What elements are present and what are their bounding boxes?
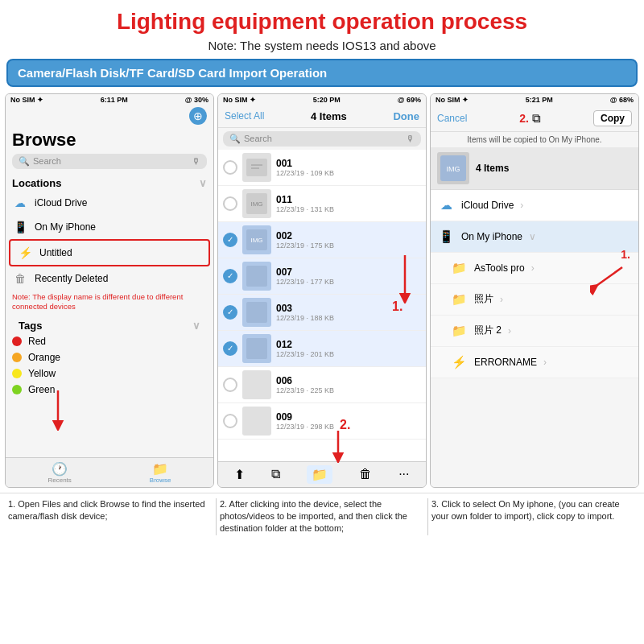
check-001: [223, 160, 237, 175]
orange-dot: [12, 353, 22, 362]
icloud-dest[interactable]: ☁ iCloud Drive ›: [431, 190, 638, 221]
copy-icon-2[interactable]: ⧉: [271, 467, 280, 481]
errorname-label: ERRORNAME: [474, 357, 537, 368]
time-3: 5:21 PM: [526, 96, 553, 104]
untitled-item[interactable]: ⚡ Untitled: [9, 239, 210, 266]
tag-green[interactable]: Green: [12, 382, 207, 398]
main-title: Lighting equipment operation process: [0, 0, 644, 39]
folder-icon-2[interactable]: 📁: [307, 465, 332, 484]
check-003: ✓: [223, 305, 237, 320]
no-sim-1: No SIM ✦: [10, 96, 43, 104]
preview-count: 4 Items: [476, 163, 509, 174]
check-012: ✓: [223, 341, 237, 356]
more-icon-2[interactable]: ···: [398, 467, 409, 481]
thumb-009: [242, 407, 271, 436]
icloud-label: iCloud Drive: [35, 197, 87, 208]
icloud-dest-icon: ☁: [437, 196, 455, 214]
thumb-002: IMG: [242, 225, 271, 254]
info-006: 006 12/23/19 · 225 KB: [276, 375, 421, 394]
chevron-photo1: ›: [500, 294, 503, 305]
iphone-dest-icon: 📱: [437, 228, 455, 246]
svg-rect-8: [246, 266, 267, 287]
svg-line-15: [594, 267, 622, 287]
status-bar-2: No SIM ✦ 5:20 PM @ 69%: [218, 94, 426, 105]
share-icon-2[interactable]: ⬆: [234, 467, 245, 482]
icloud-icon: ☁: [12, 195, 28, 211]
section-header: Camera/Flash Disk/TF Card/SD Card Import…: [6, 59, 638, 87]
astools-icon: 📁: [450, 259, 468, 277]
info-001: 001 12/23/19 · 109 KB: [276, 158, 421, 177]
svg-text:IMG: IMG: [447, 165, 460, 173]
subfolder-errorname[interactable]: ⚡ ERRORNAME ›: [431, 347, 638, 378]
untitled-label: Untitled: [39, 247, 72, 258]
copy-subtitle: Items will be copied to On My iPhone.: [431, 132, 638, 147]
chevron-errorname: ›: [543, 357, 547, 368]
battery-1: @ 30%: [185, 96, 208, 104]
recents-icon: 🕐: [52, 461, 68, 477]
red-dot: [12, 336, 22, 346]
thumb-006: [242, 370, 271, 399]
no-sim-3: No SIM ✦: [436, 96, 469, 104]
thumb-001: [242, 153, 271, 182]
file-item-011[interactable]: IMG 011 12/23/19 · 131 KB: [218, 186, 426, 222]
iphone-item[interactable]: 📱 On My iPhone: [6, 215, 213, 239]
add-icon-1[interactable]: ⊕: [189, 107, 207, 125]
chevron-astools: ›: [531, 262, 535, 274]
browse-btn[interactable]: 📁 Browse: [150, 461, 171, 484]
battery-3: @ 68%: [610, 96, 634, 104]
tag-red[interactable]: Red: [12, 333, 207, 349]
status-bar-1: No SIM ✦ 6:11 PM @ 30%: [6, 94, 213, 105]
trash-icon-2[interactable]: 🗑: [359, 467, 372, 481]
chevron-icloud: ›: [520, 200, 523, 211]
recents-btn[interactable]: 🕐 Recents: [47, 461, 71, 484]
icloud-item[interactable]: ☁ iCloud Drive: [6, 191, 213, 215]
file-item-012[interactable]: ✓ 012 12/23/19 · 201 KB: [218, 331, 426, 367]
arrow2-p2: 2.: [322, 431, 354, 464]
search-bar-1[interactable]: 🔍 Search 🎙: [12, 154, 207, 169]
browse-icon: 📁: [152, 461, 168, 477]
iphone-dest[interactable]: 📱 On My iPhone ∨: [431, 221, 638, 253]
time-2: 5:20 PM: [313, 96, 341, 104]
expand-iphone: ∨: [529, 231, 536, 242]
tag-yellow[interactable]: Yellow: [12, 365, 207, 382]
subfolder-photo2[interactable]: 📁 照片 2 ›: [431, 316, 638, 347]
file-item-001[interactable]: 001 12/23/19 · 109 KB: [218, 150, 426, 186]
errorname-icon: ⚡: [450, 353, 468, 371]
instruction-1: 1. Open Files and click Browse to find t…: [5, 498, 217, 535]
chevron-tags: ∨: [192, 320, 200, 332]
icloud-dest-label: iCloud Drive: [461, 200, 514, 211]
copy-preview: IMG 4 Items: [431, 147, 638, 190]
done-btn[interactable]: Done: [393, 110, 419, 122]
time-1: 6:11 PM: [101, 96, 128, 104]
tag-orange[interactable]: Orange: [12, 349, 207, 365]
cancel-btn[interactable]: Cancel: [437, 113, 467, 124]
copy-btn[interactable]: Copy: [593, 110, 632, 126]
chevron-photo2: ›: [508, 325, 511, 336]
file-item-006[interactable]: 006 12/23/19 · 225 KB: [218, 367, 426, 403]
photo2-label: 照片 2: [474, 324, 502, 337]
tag-orange-label: Orange: [28, 352, 60, 363]
browse-title: Browse: [12, 130, 207, 151]
panel-copy: No SIM ✦ 5:21 PM @ 68% Cancel 2. ⧉ Copy …: [430, 93, 639, 488]
note-label: Note: The display name is different due …: [6, 291, 213, 314]
thumb-007: [242, 262, 271, 291]
file-item-002[interactable]: ✓ IMG 002 12/23/19 · 175 KB: [218, 222, 426, 258]
check-011: [223, 196, 237, 211]
svg-text:IMG: IMG: [250, 200, 262, 208]
search-bar-2[interactable]: 🔍 Search 🎙: [223, 131, 421, 147]
browse-header: Browse 🔍 Search 🎙: [6, 126, 213, 174]
copy-icon-3: ⧉: [532, 111, 541, 126]
mic-icon-1: 🎙: [192, 156, 200, 166]
check-002: ✓: [223, 233, 237, 247]
svg-rect-9: [246, 302, 267, 323]
items-count-2: 4 Items: [311, 110, 347, 122]
thumb-011: IMG: [242, 189, 271, 218]
mic-icon-2: 🎙: [406, 134, 415, 143]
recently-deleted-item[interactable]: 🗑 Recently Deleted: [6, 266, 213, 291]
yellow-dot: [12, 369, 22, 378]
search-placeholder-1: Search: [33, 156, 61, 166]
instructions-row: 1. Open Files and click Browse to find t…: [0, 493, 644, 539]
select-all-btn[interactable]: Select All: [225, 110, 264, 122]
arrow-panel1: [46, 390, 70, 432]
svg-text:IMG: IMG: [250, 237, 262, 244]
